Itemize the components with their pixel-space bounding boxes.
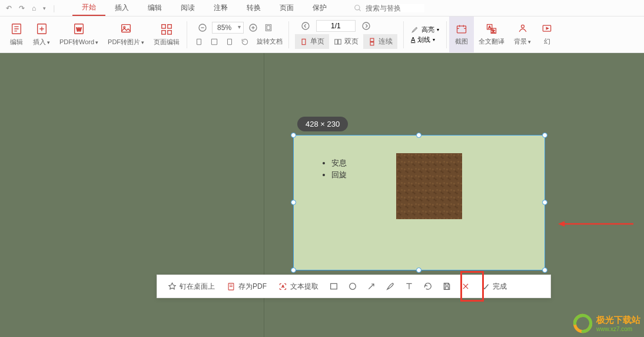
- title-bar: ↶ ↷ ⌂ ▾ | 开始 插入 编辑 阅读 注释 转换 页面 保护: [0, 0, 644, 16]
- svg-rect-45: [445, 287, 448, 290]
- watermark: 极光下载站 www.xz7.com: [573, 313, 640, 333]
- translate-icon: A文: [485, 23, 498, 35]
- background-icon: [516, 23, 529, 35]
- page-number-input[interactable]: 1/1: [316, 20, 356, 32]
- rotate-doc-label[interactable]: 旋转文档: [257, 37, 283, 46]
- svg-rect-20: [211, 39, 217, 44]
- home-icon[interactable]: ⌂: [32, 4, 36, 12]
- quick-access-toolbar: ↶ ↷ ⌂ ▾ |: [0, 4, 61, 12]
- svg-line-41: [369, 284, 374, 289]
- zoom-select[interactable]: 85%: [212, 22, 244, 34]
- svg-line-1: [359, 9, 361, 11]
- cancel-button[interactable]: [457, 275, 474, 298]
- svg-text:文: 文: [492, 29, 495, 33]
- pin-to-desktop-button[interactable]: 钉在桌面上: [163, 275, 220, 298]
- undo-button[interactable]: [420, 275, 436, 298]
- selection-content: 安息 回旋: [294, 136, 545, 270]
- select-tool-button[interactable]: [208, 36, 220, 48]
- zoom-in-button[interactable]: [247, 22, 259, 34]
- pdf-to-word-button[interactable]: W PDF转Word ▾: [55, 16, 103, 52]
- arrow-tool-button[interactable]: [363, 275, 380, 298]
- page-edit-icon: [160, 22, 174, 35]
- fit-page-button[interactable]: [263, 22, 274, 34]
- done-button[interactable]: 完成: [476, 275, 512, 298]
- tab-insert[interactable]: 插入: [105, 0, 138, 16]
- undo-icon[interactable]: ↶: [6, 4, 12, 12]
- check-icon: [481, 282, 490, 291]
- strikethrough-icon: A: [411, 36, 415, 43]
- redo-icon[interactable]: ↷: [19, 4, 25, 12]
- tab-read[interactable]: 阅读: [171, 0, 204, 16]
- edit-icon: [9, 22, 24, 35]
- rotate-left-button[interactable]: [239, 36, 251, 48]
- svg-rect-27: [370, 38, 374, 41]
- svg-rect-24: [302, 39, 306, 44]
- hand-tool-button[interactable]: [193, 36, 205, 48]
- chevron-down-icon: ▾: [47, 39, 50, 45]
- annotation-arrow: [549, 219, 643, 229]
- ribbon-tabs: 开始 插入 编辑 阅读 注释 转换 页面 保护: [72, 0, 336, 16]
- dropdown-icon[interactable]: ▾: [43, 5, 46, 11]
- svg-point-34: [521, 25, 524, 28]
- tab-convert[interactable]: 转换: [237, 0, 270, 16]
- ocr-extract-button[interactable]: A 文本提取: [274, 275, 323, 298]
- pdf-to-image-button[interactable]: PDF转图片 ▾: [103, 16, 149, 52]
- svg-rect-29: [457, 26, 466, 33]
- continuous-icon: [368, 38, 376, 46]
- svg-text:A: A: [282, 285, 284, 288]
- watermark-logo-icon: [573, 313, 593, 333]
- view-continuous-button[interactable]: 连续: [363, 34, 397, 49]
- svg-rect-10: [162, 31, 165, 34]
- view-double-button[interactable]: 双页: [329, 34, 363, 49]
- translate-button[interactable]: A文 全文翻译: [474, 16, 509, 52]
- save-as-pdf-button[interactable]: 存为PDF: [222, 275, 271, 298]
- tab-protect[interactable]: 保护: [303, 0, 336, 16]
- chevron-down-icon: ▾: [528, 39, 531, 45]
- rectangle-tool-button[interactable]: [326, 275, 342, 298]
- brush-tool-button[interactable]: [382, 275, 399, 298]
- svg-marker-49: [558, 221, 565, 227]
- text-tool-button[interactable]: [401, 275, 417, 298]
- list-item: 回旋: [331, 170, 347, 180]
- tab-start[interactable]: 开始: [72, 0, 105, 16]
- highlight-button[interactable]: 高亮▾: [411, 25, 439, 34]
- view-single-button[interactable]: 单页: [295, 34, 329, 49]
- svg-point-0: [355, 5, 360, 9]
- svg-rect-25: [335, 39, 338, 44]
- pin-icon: [168, 282, 177, 291]
- next-page-button[interactable]: [360, 20, 372, 32]
- zoom-tool-button[interactable]: [224, 36, 235, 48]
- svg-rect-6: [122, 25, 131, 32]
- screenshot-button[interactable]: 截图: [449, 16, 474, 52]
- svg-rect-44: [445, 283, 448, 285]
- svg-text:A: A: [489, 25, 491, 29]
- page-edit-button[interactable]: 页面编辑: [149, 16, 184, 52]
- zoom-out-button[interactable]: [197, 22, 208, 34]
- image-icon: [119, 22, 133, 35]
- chevron-down-icon: ▾: [433, 37, 435, 42]
- pdf-icon: [227, 282, 235, 291]
- chevron-down-icon: ▾: [95, 39, 98, 45]
- edit-button[interactable]: 编辑: [5, 16, 28, 52]
- svg-point-22: [302, 22, 309, 29]
- slideshow-button[interactable]: 幻: [536, 16, 553, 52]
- screenshot-selection[interactable]: 428 × 230 安息 回旋: [293, 135, 545, 270]
- search-icon: [354, 4, 362, 12]
- watermark-url: www.xz7.com: [596, 326, 640, 332]
- svg-rect-19: [197, 39, 201, 44]
- single-page-icon: [300, 38, 308, 46]
- tab-annotate[interactable]: 注释: [204, 0, 237, 16]
- screenshot-toolbar: 钉在桌面上 存为PDF A 文本提取 完成: [157, 275, 551, 298]
- background-button[interactable]: 背景 ▾: [509, 16, 536, 52]
- insert-button[interactable]: 插入 ▾: [28, 16, 55, 52]
- strikethrough-button[interactable]: A划线▾: [411, 35, 439, 44]
- search-box[interactable]: [354, 4, 424, 12]
- search-input[interactable]: [366, 4, 424, 12]
- prev-page-button[interactable]: [300, 20, 311, 32]
- document-canvas[interactable]: 428 × 230 安息 回旋 钉在桌面上 存为PDF A 文本提取: [0, 53, 644, 337]
- tab-edit[interactable]: 编辑: [138, 0, 171, 16]
- tab-page[interactable]: 页面: [270, 0, 303, 16]
- svg-rect-39: [331, 283, 337, 289]
- ellipse-tool-button[interactable]: [344, 275, 361, 298]
- save-button[interactable]: [439, 275, 455, 298]
